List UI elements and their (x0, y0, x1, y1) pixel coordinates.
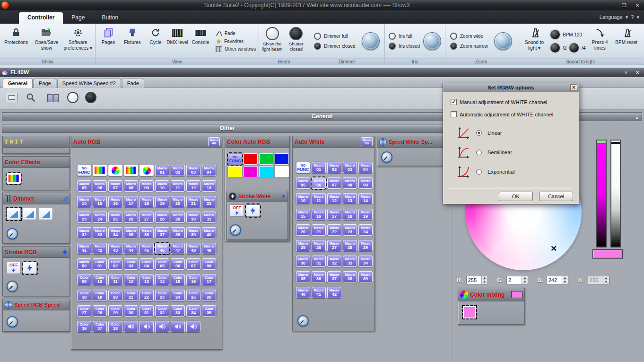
speaker-button[interactable] (155, 321, 169, 332)
macro-29-button[interactable]: Macro29 (358, 240, 373, 251)
color-01-button[interactable]: Color01 (93, 258, 107, 270)
macro-23-button[interactable]: Macro23 (343, 224, 357, 236)
dimmer-preset-button[interactable] (23, 208, 37, 220)
color-wheel-effect-button[interactable] (108, 165, 122, 176)
macro-25-button[interactable]: Macro25 (296, 240, 310, 251)
macro-46-button[interactable]: Macro46 (155, 243, 169, 254)
zoom-wide-button[interactable]: Zoom wide (450, 31, 488, 41)
tab-fade[interactable]: Fade (122, 79, 144, 88)
tab-page[interactable]: Page (34, 79, 56, 88)
color-35-button[interactable]: Color35 (202, 305, 216, 317)
macro-04-button[interactable]: Macro04 (358, 162, 373, 173)
macro-41-button[interactable]: Macro41 (77, 243, 91, 254)
fixtures-button[interactable]: Fixtures (120, 25, 145, 57)
color-cursor-icon[interactable]: ✕ (550, 244, 557, 254)
cancel-button[interactable]: Cancel (539, 192, 573, 201)
macro-34-button[interactable]: Macro34 (358, 256, 373, 267)
macro-35-button[interactable]: Macro35 (124, 227, 138, 238)
chevron-down-icon[interactable]: ▾ (636, 14, 639, 20)
color-12-button[interactable]: Color12 (124, 274, 138, 285)
macro-01-button[interactable]: Macro01 (155, 165, 169, 176)
macro-26-button[interactable]: Macro26 (124, 212, 138, 223)
iris-closed-button[interactable]: Iris closed (389, 41, 420, 51)
color-11-button[interactable]: Color11 (108, 274, 122, 285)
zoom-search-button[interactable] (26, 92, 36, 103)
macro-04-button[interactable]: Macro04 (202, 165, 216, 176)
macro-17-button[interactable]: Macro17 (327, 209, 341, 220)
button-mode-button[interactable] (6, 93, 18, 102)
bpm-knob[interactable] (550, 30, 560, 39)
color-34-button[interactable]: Color34 (186, 305, 200, 317)
color-06-button[interactable]: Color06 (171, 258, 185, 270)
macro-42-button[interactable]: Macro42 (327, 287, 341, 298)
bpm-reset-button[interactable]: BPM reset (614, 25, 639, 57)
maximize-button[interactable]: ❐ (618, 1, 631, 9)
macro-22-button[interactable]: Macro22 (202, 196, 216, 207)
auto-white-dial[interactable] (297, 315, 309, 327)
favorites-button[interactable]: Favorites (216, 38, 256, 44)
zoom-knob[interactable] (494, 32, 512, 50)
color-swatch-3-button[interactable] (275, 153, 289, 165)
macro-07-button[interactable]: Macro07 (108, 180, 122, 192)
macro-42-button[interactable]: Macro42 (93, 243, 107, 254)
white-fader[interactable] (610, 140, 621, 247)
dimmer-full-button[interactable]: Dimmer full (314, 31, 356, 41)
macro-06-button[interactable]: Macro06 (93, 180, 107, 192)
color-29-button[interactable]: Color29 (108, 305, 122, 317)
macro-08-button[interactable]: Macro08 (343, 177, 357, 189)
dimmer-knob[interactable] (362, 32, 380, 50)
tab-general[interactable]: General (3, 79, 33, 88)
spin-down-icon[interactable]: ▼ (482, 280, 487, 284)
macro-31-button[interactable]: Macro31 (202, 212, 216, 223)
color-07-button[interactable]: Color07 (186, 258, 200, 270)
other-windows-button[interactable]: Other windows (216, 46, 256, 52)
color-27-button[interactable]: Color27 (77, 305, 91, 317)
color-swatch-1-button[interactable] (244, 153, 258, 165)
macro-31-button[interactable]: Macro31 (312, 256, 326, 267)
macro-07-button[interactable]: Macro07 (327, 177, 341, 189)
divide-2-knob[interactable] (550, 43, 560, 53)
macro-24-button[interactable]: Macro24 (358, 224, 373, 236)
macro-20-button[interactable]: Macro20 (171, 196, 185, 207)
speaker-button[interactable] (139, 321, 154, 332)
color-effect-button[interactable] (7, 173, 21, 184)
macro-37-button[interactable]: Macro37 (327, 271, 341, 283)
blue-input[interactable]: ▲▼ (547, 276, 568, 284)
macro-12-button[interactable]: Macro12 (327, 193, 341, 204)
speaker-button[interactable] (171, 321, 185, 332)
ribbon-tab-page[interactable]: Page (63, 12, 93, 24)
semilinear-radio[interactable] (476, 150, 482, 155)
spin-up-icon[interactable]: ▲ (522, 276, 528, 280)
section-bar-other[interactable]: Other (2, 124, 453, 133)
color-swatch-6-button[interactable] (259, 166, 273, 177)
show-light-beam-button[interactable]: Show the light beam (261, 25, 284, 57)
color-14-button[interactable]: Color14 (155, 274, 169, 285)
window-close-button[interactable]: ✕ (633, 70, 642, 76)
macro-44-button[interactable]: Macro44 (124, 243, 138, 254)
dmx-level-button[interactable]: DMX level (166, 25, 188, 57)
dialog-close-button[interactable]: ✕ (570, 84, 577, 91)
ribbon-tab-controller[interactable]: Controller (19, 12, 63, 24)
macro-14-button[interactable]: Macro14 (77, 196, 91, 207)
sound-to-light-button[interactable]: Sound to light ▾ (521, 25, 548, 57)
dialog-titlebar[interactable]: Set RGBW options ✕ (443, 83, 579, 92)
automatic-white-checkbox[interactable] (451, 111, 457, 117)
macro-49-button[interactable]: Macro49 (202, 243, 216, 254)
speaker-button[interactable] (124, 321, 138, 332)
macro-34-button[interactable]: Macro34 (108, 227, 122, 238)
macro-36-button[interactable]: Macro36 (139, 227, 154, 238)
macro-13-button[interactable]: Macro13 (343, 193, 357, 204)
macro-45-button[interactable]: Macro45 (139, 243, 154, 254)
color-31-button[interactable]: Color31 (139, 305, 154, 317)
color-03-button[interactable]: Color03 (124, 258, 138, 270)
no-func-button[interactable]: NOFUNC (228, 153, 242, 165)
macro-18-button[interactable]: Macro18 (343, 209, 357, 220)
spin-up-icon[interactable]: ▲ (562, 276, 568, 280)
language-menu[interactable]: Language (600, 14, 623, 20)
speed-white-dial[interactable] (381, 151, 392, 163)
macro-35-button[interactable]: Macro35 (296, 271, 310, 283)
macro-28-button[interactable]: Macro28 (155, 212, 169, 223)
spin-down-icon[interactable]: ▼ (562, 280, 568, 284)
tab-speed-white-speed-2[interactable]: Speed White Speed #2 (57, 79, 121, 88)
color-05-button[interactable]: Color05 (155, 258, 169, 270)
